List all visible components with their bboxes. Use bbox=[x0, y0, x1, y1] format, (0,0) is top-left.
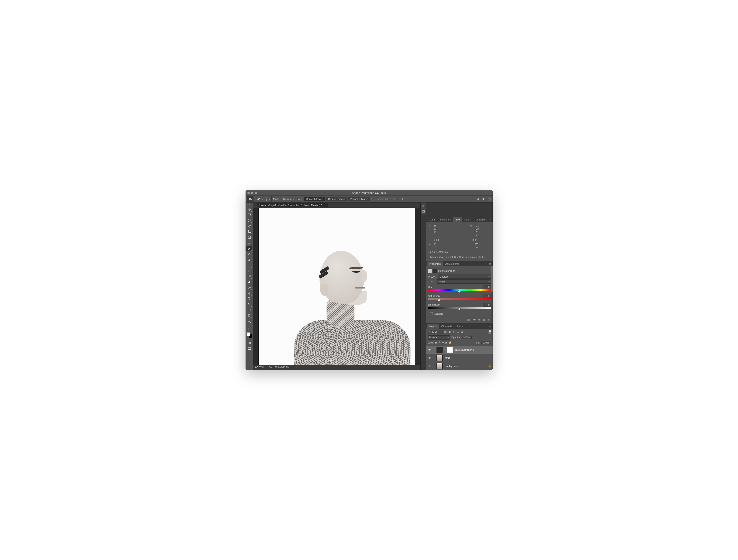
spot-healing-brush-tool[interactable] bbox=[246, 246, 252, 251]
panel-menu-icon[interactable]: ≡ bbox=[488, 217, 492, 222]
layer-name[interactable]: Background bbox=[445, 365, 459, 368]
toggle-visibility-icon[interactable]: 👁 bbox=[473, 318, 476, 322]
clip-to-layer-icon[interactable]: ◧▸ bbox=[467, 318, 471, 322]
canvas-viewport[interactable] bbox=[253, 208, 420, 365]
layer-row[interactable]: 👁 start bbox=[426, 354, 493, 362]
adjustments-tab[interactable]: Adjustments bbox=[443, 261, 462, 266]
reset-icon[interactable]: ↺ bbox=[478, 318, 480, 322]
delete-adjustment-icon[interactable]: 🗑 bbox=[487, 318, 490, 322]
sample-all-checkbox[interactable] bbox=[371, 198, 374, 200]
crop-tool[interactable] bbox=[246, 229, 252, 234]
visibility-toggle[interactable]: 👁 bbox=[428, 349, 432, 351]
type-tool[interactable]: T bbox=[246, 296, 252, 301]
home-button[interactable] bbox=[247, 196, 254, 202]
quick-selection-tool[interactable] bbox=[246, 223, 252, 228]
rectangle-tool[interactable] bbox=[246, 308, 252, 313]
clone-stamp-tool[interactable] bbox=[246, 257, 252, 262]
gradient-tool[interactable] bbox=[246, 274, 252, 279]
frame-tool[interactable] bbox=[246, 235, 252, 240]
layer-row[interactable]: 👁 Background 🔒 bbox=[426, 362, 493, 370]
hue-value[interactable]: 0 bbox=[483, 285, 491, 289]
libraries-tab[interactable]: Libraries bbox=[473, 217, 488, 222]
properties-menu-icon[interactable]: ≡ bbox=[487, 261, 492, 266]
canvas[interactable] bbox=[259, 208, 415, 365]
visibility-toggle[interactable]: 👁 bbox=[428, 357, 432, 359]
lock-position-icon[interactable]: ✥ bbox=[442, 341, 444, 344]
learn-tab[interactable]: Learn bbox=[462, 217, 473, 222]
history-brush-tool[interactable] bbox=[246, 262, 252, 268]
hue-slider[interactable] bbox=[428, 289, 491, 293]
layer-filter-kind[interactable]: Kind bbox=[428, 330, 443, 334]
layer-blend-mode-select[interactable]: Normal bbox=[428, 335, 450, 340]
swatches-tab[interactable]: Swatches bbox=[437, 217, 453, 222]
scrubby-hand-icon[interactable]: ☜ bbox=[428, 280, 435, 283]
channel-select[interactable]: Master bbox=[437, 279, 491, 284]
lightness-value[interactable]: 0 bbox=[483, 303, 491, 307]
document-tab[interactable]: Untitled-1 @ 66.7% (Hue/Saturation 1, La… bbox=[257, 203, 328, 207]
lock-transparency-icon[interactable]: ▦ bbox=[435, 341, 437, 344]
dock-collapse-icon[interactable]: ›› bbox=[422, 204, 424, 207]
filter-type-icon[interactable]: T bbox=[453, 331, 455, 334]
foreground-color-swatch[interactable] bbox=[247, 332, 250, 336]
filter-smart-icon[interactable]: ▣ bbox=[461, 331, 463, 334]
blend-mode-select[interactable]: Normal bbox=[282, 197, 295, 201]
fill-value[interactable]: 100% bbox=[481, 341, 491, 345]
visibility-toggle[interactable]: 👁 bbox=[428, 365, 432, 368]
collapse-tools-icon[interactable]: ›› bbox=[249, 203, 250, 206]
lock-all-icon[interactable]: 🔒 bbox=[449, 341, 452, 344]
proximity-match-button[interactable]: Proximity Match bbox=[348, 197, 370, 201]
saturation-value[interactable]: -65 bbox=[483, 294, 491, 298]
adjustment-thumbnail[interactable]: ◧ bbox=[436, 347, 443, 353]
screen-mode-icon[interactable] bbox=[246, 346, 252, 351]
lightness-slider[interactable] bbox=[428, 307, 491, 310]
eyedropper-tool[interactable] bbox=[246, 240, 252, 245]
layers-tab[interactable]: Layers bbox=[427, 324, 439, 329]
search-icon[interactable] bbox=[476, 197, 480, 201]
opacity-value[interactable]: 100% bbox=[462, 336, 472, 339]
layer-thumbnail[interactable] bbox=[436, 363, 443, 369]
panel-collapse-icon[interactable]: ›› bbox=[426, 214, 493, 216]
channels-tab[interactable]: Channels bbox=[439, 324, 454, 329]
filter-shape-icon[interactable]: ▭ bbox=[456, 331, 459, 334]
layer-name[interactable]: Hue/Saturation 1 bbox=[455, 349, 474, 351]
eraser-tool[interactable] bbox=[246, 268, 252, 273]
healing-brush-tool-icon[interactable] bbox=[257, 197, 261, 201]
layer-thumbnail[interactable] bbox=[436, 355, 443, 361]
color-tab[interactable]: Color bbox=[427, 217, 437, 222]
preset-select[interactable]: Custom bbox=[438, 274, 490, 279]
quick-mask-icon[interactable] bbox=[246, 341, 252, 346]
mask-link-icon[interactable]: ⎘ bbox=[444, 349, 445, 351]
layer-name[interactable]: start bbox=[445, 357, 450, 359]
saturation-slider[interactable] bbox=[428, 298, 491, 301]
previous-state-icon[interactable]: ◉ bbox=[483, 318, 485, 322]
properties-tab[interactable]: Properties bbox=[427, 261, 443, 266]
paths-tab[interactable]: Paths bbox=[454, 324, 466, 329]
workspace-switcher-icon[interactable]: ⌵ bbox=[481, 197, 486, 201]
zoom-tool[interactable] bbox=[246, 319, 252, 324]
status-flyout-icon[interactable]: 〉 bbox=[296, 366, 298, 369]
create-texture-button[interactable]: Create Texture bbox=[326, 197, 347, 201]
properties-scrollbar[interactable] bbox=[491, 266, 493, 292]
share-icon[interactable] bbox=[487, 197, 491, 201]
doc-size-status[interactable]: Doc: 21.6M/43.2M bbox=[269, 366, 290, 369]
hand-tool[interactable] bbox=[246, 313, 252, 318]
dodge-tool[interactable] bbox=[246, 285, 252, 290]
lasso-tool[interactable] bbox=[246, 218, 252, 223]
marquee-tool[interactable] bbox=[246, 212, 252, 217]
color-swatches[interactable] bbox=[247, 332, 252, 338]
pressure-for-size-icon[interactable] bbox=[399, 197, 403, 201]
edit-toolbar-icon[interactable]: ⋯ bbox=[246, 326, 252, 332]
filter-pixel-icon[interactable]: ▦ bbox=[444, 331, 446, 334]
lock-pixels-icon[interactable]: ✎ bbox=[439, 341, 441, 344]
zoom-level[interactable]: 66.67% bbox=[255, 366, 264, 369]
brush-tool[interactable] bbox=[246, 251, 252, 256]
lock-artboard-icon[interactable]: ▣ bbox=[445, 341, 447, 344]
colorize-checkbox[interactable] bbox=[430, 312, 433, 315]
filter-adjustment-icon[interactable]: ◐ bbox=[449, 331, 451, 334]
blur-tool[interactable] bbox=[246, 279, 252, 285]
history-panel-icon[interactable] bbox=[420, 208, 426, 214]
filter-toggle-switch[interactable] bbox=[488, 330, 491, 334]
info-tab[interactable]: Info bbox=[453, 217, 462, 222]
move-tool[interactable] bbox=[246, 207, 252, 212]
mask-thumbnail[interactable] bbox=[447, 347, 453, 353]
